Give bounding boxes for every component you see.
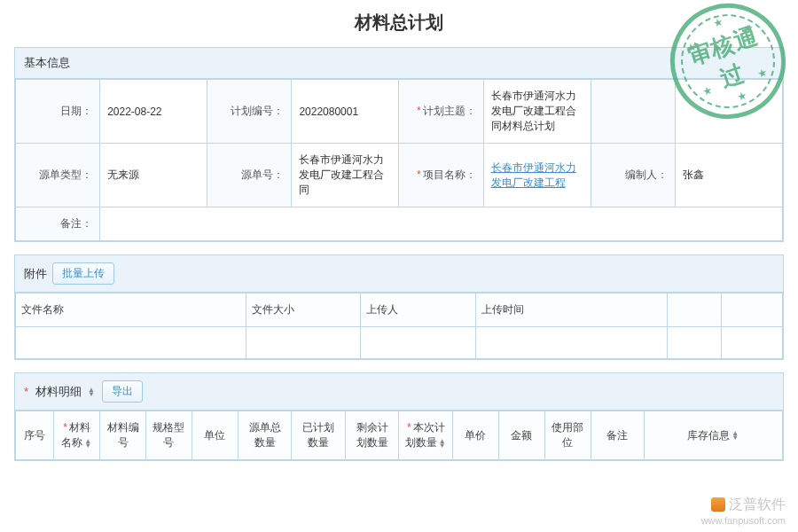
brand-url: www.fanpusoft.com: [701, 514, 786, 527]
col-stock-info-text: 库存信息: [687, 429, 730, 442]
brand-logo-icon: [711, 497, 725, 512]
material-detail-panel: * 材料明细 ▲▼ 导出 序号 *材料名称▲▼ 材料编号 规格型号 单位 源单总…: [14, 372, 784, 461]
label-date: 日期：: [16, 80, 100, 144]
col-unit: 单位: [192, 411, 238, 460]
label-source-type: 源单类型：: [16, 144, 100, 207]
label-empty-1: [591, 80, 675, 144]
required-marker: *: [24, 385, 28, 398]
attachments-table: 文件名称 文件大小 上传人 上传时间: [15, 293, 783, 359]
export-button[interactable]: 导出: [102, 380, 143, 403]
col-use-dept: 使用部位: [544, 411, 591, 460]
col-uploader: 上传人: [361, 293, 476, 327]
label-project-name-text: 项目名称：: [423, 168, 476, 181]
sort-icon[interactable]: ▲▼: [438, 439, 447, 448]
label-plan-subject: *计划主题：: [399, 80, 483, 144]
sort-icon[interactable]: ▲▼: [88, 387, 97, 396]
sort-icon[interactable]: ▲▼: [731, 431, 739, 440]
value-remark: [100, 207, 783, 241]
basic-info-table: 日期： 2022-08-22 计划编号： 2022080001 *计划主题： 长…: [15, 79, 783, 241]
col-seq: 序号: [16, 411, 54, 460]
label-plan-no: 计划编号：: [207, 80, 292, 144]
basic-info-header: 基本信息: [15, 48, 783, 79]
col-planned-qty: 已计划数量: [292, 411, 346, 460]
col-spec: 规格型号: [146, 411, 192, 460]
material-detail-title: 材料明细: [35, 384, 82, 400]
col-price: 单价: [453, 411, 499, 460]
col-blank-a: [668, 293, 722, 327]
value-empty-1: [675, 80, 782, 144]
col-blank-b: [721, 293, 782, 327]
label-source-no: 源单号：: [207, 144, 292, 207]
label-project-name: *项目名称：: [399, 144, 483, 207]
page-title: 材料总计划: [14, 11, 784, 35]
basic-info-panel: 基本信息 日期： 2022-08-22 计划编号： 2022080001 *计划…: [14, 47, 784, 242]
table-row: [16, 327, 783, 359]
col-this-qty[interactable]: *本次计划数量▲▼: [399, 411, 453, 460]
material-detail-table: 序号 *材料名称▲▼ 材料编号 规格型号 单位 源单总数量 已计划数量 剩余计划…: [15, 411, 783, 460]
value-plan-no: 2022080001: [292, 80, 399, 144]
col-upload-time: 上传时间: [476, 293, 668, 327]
value-source-type: 无来源: [100, 144, 207, 207]
value-source-no: 长春市伊通河水力发电厂改建工程合同: [292, 144, 399, 207]
col-src-qty: 源单总数量: [238, 411, 292, 460]
col-filename: 文件名称: [16, 293, 246, 327]
brand-name: 泛普软件: [729, 496, 786, 514]
label-remark: 备注：: [16, 207, 100, 241]
label-author: 编制人：: [591, 144, 675, 207]
col-mat-name[interactable]: *材料名称▲▼: [54, 411, 100, 460]
attachments-title: 附件: [24, 266, 47, 282]
col-stock-info[interactable]: 库存信息▲▼: [645, 411, 783, 460]
col-amount: 金额: [498, 411, 544, 460]
project-name-link[interactable]: 长春市伊通河水力发电厂改建工程: [491, 161, 576, 189]
label-plan-subject-text: 计划主题：: [423, 105, 476, 117]
attachments-panel: 附件 批量上传 文件名称 文件大小 上传人 上传时间: [14, 254, 784, 360]
col-mat-code: 材料编号: [100, 411, 146, 460]
col-filesize: 文件大小: [246, 293, 361, 327]
col-remark: 备注: [591, 411, 645, 460]
sort-icon[interactable]: ▲▼: [83, 439, 92, 448]
material-detail-header: * 材料明细 ▲▼ 导出: [15, 373, 783, 411]
watermark: 泛普软件 www.fanpusoft.com: [701, 496, 786, 527]
col-remain-qty: 剩余计划数量: [345, 411, 399, 460]
attachments-header: 附件 批量上传: [15, 255, 783, 293]
value-project-name[interactable]: 长春市伊通河水力发电厂改建工程: [483, 144, 591, 207]
value-plan-subject: 长春市伊通河水力发电厂改建工程合同材料总计划: [483, 80, 591, 144]
batch-upload-button[interactable]: 批量上传: [52, 262, 114, 285]
value-date: 2022-08-22: [100, 80, 207, 144]
value-author: 张鑫: [675, 144, 782, 207]
